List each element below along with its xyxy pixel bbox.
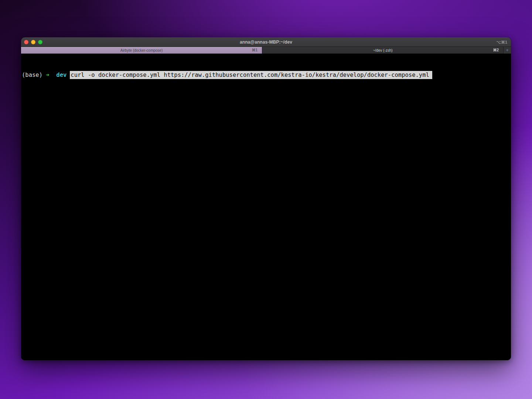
terminal-window: anna@annas-MBP:~/dev ⌥⌘1 Airbyte (docker… bbox=[21, 37, 511, 360]
desktop: { "window": { "title": "anna@annas-MBP:~… bbox=[0, 0, 532, 399]
new-tab-button[interactable]: + bbox=[504, 47, 511, 54]
terminal-content[interactable]: (base)➜devcurl -o docker-compose.yml htt… bbox=[21, 54, 511, 360]
tab-hotkey-label: ⌘2 bbox=[493, 47, 499, 54]
prompt-cwd: dev bbox=[56, 72, 66, 78]
tab-label: Airbyte (docker-compose) bbox=[120, 48, 163, 52]
tab-hotkey-label: ⌘1 bbox=[252, 47, 258, 54]
prompt-line: (base)➜devcurl -o docker-compose.yml htt… bbox=[22, 71, 510, 79]
tab-label: ~/dev (-zsh) bbox=[373, 48, 392, 52]
tab-dev-zsh[interactable]: ~/dev (-zsh) ⌘2 bbox=[262, 47, 504, 54]
window-title: anna@annas-MBP:~/dev bbox=[21, 37, 511, 47]
window-hotkey-label: ⌥⌘1 bbox=[496, 37, 507, 47]
tab-airbyte-docker-compose[interactable]: Airbyte (docker-compose) ⌘1 bbox=[21, 47, 262, 54]
window-titlebar[interactable]: anna@annas-MBP:~/dev ⌥⌘1 bbox=[21, 37, 511, 47]
command-text-selected[interactable]: curl -o docker-compose.yml https://raw.g… bbox=[70, 71, 432, 79]
tab-bar: Airbyte (docker-compose) ⌘1 ~/dev (-zsh)… bbox=[21, 47, 511, 54]
prompt-arrow-icon: ➜ bbox=[46, 72, 49, 78]
prompt-conda-env: (base) bbox=[22, 72, 42, 78]
